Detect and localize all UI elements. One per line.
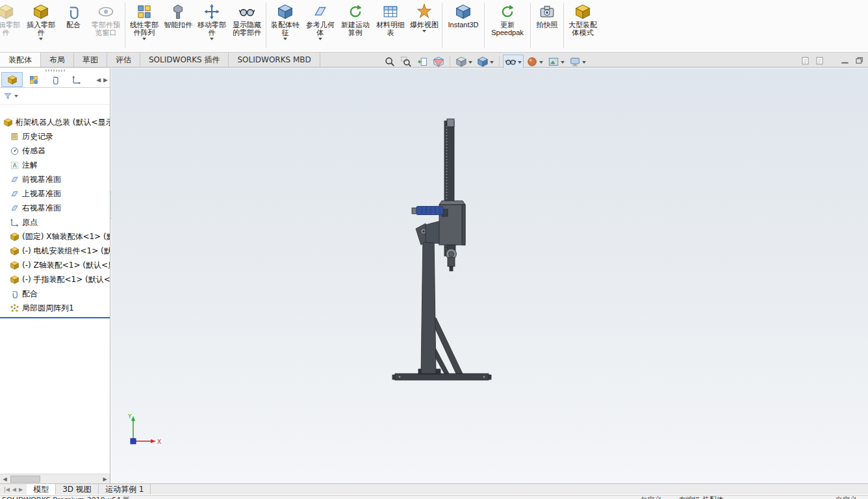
graphics-area[interactable]: Y X (111, 68, 868, 483)
toolbar-separator (266, 3, 266, 48)
component-icon (10, 261, 19, 270)
component-preview-window-button[interactable]: 零部件预览窗口 (88, 0, 123, 51)
tab-solidworks-mbd[interactable]: SOLIDWORKS MBD (229, 53, 320, 67)
view-settings-button[interactable] (567, 55, 588, 69)
tree-item-right-plane[interactable]: 右视基准面 (0, 201, 110, 215)
tree-item-top-plane[interactable]: 上视基准面 (0, 186, 110, 201)
tab-solidworks-addins[interactable]: SOLIDWORKS 插件 (140, 53, 229, 67)
configurationmanager-tab[interactable] (44, 72, 66, 87)
display-style-button[interactable] (475, 55, 496, 69)
move-component-icon (203, 3, 220, 20)
filter-funnel-icon[interactable] (3, 92, 12, 101)
restore-icon[interactable] (854, 56, 864, 66)
tab-assembly[interactable]: 装配体 (0, 53, 41, 67)
circular-pattern-icon (10, 303, 19, 313)
edit-appearance-button[interactable] (524, 55, 545, 69)
tab-evaluate[interactable]: 评估 (107, 53, 140, 67)
toolbar-separator (563, 3, 564, 48)
update-speedpak-button[interactable]: 更新 Speedpak (486, 0, 529, 51)
tree-item-annotations[interactable]: 注解 (0, 158, 110, 172)
tree-item-local-circular-pattern[interactable]: 局部圆周阵列1 (0, 301, 110, 315)
previous-view-button[interactable] (415, 55, 430, 69)
dropdown-caret-icon (283, 38, 287, 42)
history-folder-icon (10, 132, 19, 142)
insert-component-button[interactable]: 插入零部件 (23, 0, 58, 51)
edit-component-icon (0, 3, 14, 20)
triad-y-label: Y (127, 413, 132, 420)
smart-fasteners-button[interactable]: 智能扣件 (162, 0, 194, 51)
large-assembly-mode-button[interactable]: 大型装配体模式 (565, 0, 600, 51)
tree-item-finger-assembly[interactable]: (-) 手指装配<1> (默认< (0, 272, 110, 287)
doc-tab-3d-views[interactable]: 3D 视图 (56, 484, 99, 494)
edit-component-button[interactable]: 编辑零部件 (0, 0, 23, 51)
propertymanager-tab[interactable] (23, 72, 44, 87)
zoom-to-fit-button[interactable] (382, 55, 398, 69)
minimize-icon[interactable] (840, 56, 850, 66)
dropdown-caret-icon (142, 38, 146, 42)
feature-tree: 桁架机器人总装 (默认<显示 历史记录 传感器 注解 前视基准面 上视基准面 (0, 105, 110, 318)
sensors-icon (10, 146, 19, 156)
previous-pane-icon[interactable] (800, 56, 810, 66)
featuremanager-tab[interactable] (1, 72, 23, 87)
tree-item-sensors[interactable]: 传感器 (0, 144, 110, 158)
tree-item-history[interactable]: 历史记录 (0, 129, 110, 144)
zoom-to-area-button[interactable] (398, 55, 414, 69)
linear-component-pattern-button[interactable]: 线性零部件阵列 (127, 0, 162, 51)
bill-of-materials-button[interactable]: 材料明细表 (373, 0, 408, 51)
scroll-left-icon[interactable]: ◀ (0, 475, 10, 483)
apply-scene-button[interactable] (546, 55, 567, 69)
status-bar: SOLIDWORKS Premium 2019 x64 版 欠定义 在编辑 装配… (0, 495, 868, 499)
view-settings-icon (569, 56, 581, 68)
tree-item-motor-mount-assembly[interactable]: (-) 电机安装组件<1> (默 (0, 244, 110, 258)
rollback-bar[interactable] (0, 317, 110, 318)
hide-show-items-button[interactable] (503, 55, 524, 69)
panel-horizontal-scrollbar[interactable]: ◀ ▶ (0, 474, 110, 483)
doc-tab-model[interactable]: 模型 (27, 484, 56, 494)
scroll-right-icon[interactable]: ▶ (100, 475, 110, 483)
section-view-button[interactable] (431, 55, 446, 69)
configurationmanager-tab-icon (50, 75, 60, 85)
tree-item-assembly-root[interactable]: 桁架机器人总装 (默认<显示 (0, 115, 110, 129)
toolbar-separator (499, 56, 500, 68)
dropdown-caret-icon (561, 61, 565, 66)
mate-button[interactable]: 配合 (58, 0, 88, 51)
move-component-button[interactable]: 移动零部件 (194, 0, 229, 51)
view-orientation-button[interactable] (453, 55, 474, 69)
origin-icon (10, 218, 19, 227)
dropdown-caret-icon (518, 61, 522, 66)
linear-component-pattern-icon (136, 3, 153, 20)
zoom-to-area-icon (400, 56, 412, 68)
exploded-view-button[interactable]: 爆炸视图 (408, 0, 440, 51)
dimxpert-tab[interactable] (66, 72, 87, 87)
dropdown-caret-icon[interactable] (14, 95, 18, 99)
tree-item-z-axis-assembly[interactable]: (-) Z轴装配<1> (默认<显 (0, 258, 110, 272)
tab-layout[interactable]: 布局 (41, 53, 74, 67)
dropdown-caret-icon (422, 30, 426, 34)
panel-tab-scroll-left-icon[interactable]: ◀ (96, 77, 101, 83)
tab-sketch[interactable]: 草图 (74, 53, 107, 67)
dropdown-caret-icon (39, 38, 43, 42)
assembly-features-button[interactable]: 装配体特征 (268, 0, 303, 51)
customize-status-button[interactable]: 自定义 (836, 496, 863, 499)
first-tab-icon[interactable]: |◀ (4, 487, 10, 493)
tree-item-x-axis-assembly[interactable]: (固定) X轴装配体<1> (默 (0, 229, 110, 244)
define-state-text: 欠定义 (641, 496, 662, 499)
tree-item-front-plane[interactable]: 前视基准面 (0, 172, 110, 186)
new-motion-study-button[interactable]: 新建运动算例 (338, 0, 373, 51)
instant3d-button[interactable]: Instant3D (444, 0, 483, 51)
panel-tab-scroll-right-icon[interactable]: ▶ (103, 77, 108, 83)
dimxpert-tab-icon (71, 75, 82, 85)
truss-robot-model[interactable] (390, 117, 500, 390)
scrollbar-thumb[interactable] (10, 476, 40, 483)
tree-item-mates[interactable]: 配合 (0, 287, 110, 301)
triad-x-label: X (157, 439, 161, 445)
next-tab-icon[interactable]: ▶ (19, 487, 23, 493)
next-pane-icon[interactable] (815, 56, 824, 66)
take-snapshot-button[interactable]: 拍快照 (532, 0, 562, 51)
assembly-features-icon (277, 3, 294, 20)
tree-item-origin[interactable]: 原点 (0, 215, 110, 229)
reference-geometry-button[interactable]: 参考几何体 (303, 0, 338, 51)
show-hidden-components-button[interactable]: 显示隐藏的零部件 (229, 0, 264, 51)
previous-tab-icon[interactable]: ◀ (12, 487, 16, 493)
doc-tab-motion-study-1[interactable]: 运动算例 1 (99, 484, 151, 494)
